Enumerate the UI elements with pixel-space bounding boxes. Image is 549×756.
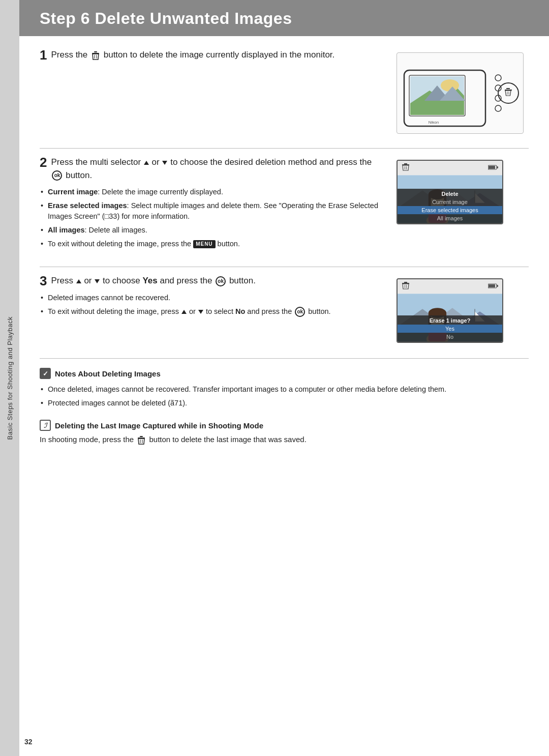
step-3-section: 3 Press or to choose Yes and press the o… [40,274,529,343]
page-header: Step 6 Delete Unwanted Images [19,0,549,36]
bullet-all-images: All images: Delete all images. [40,225,384,236]
arrow-up-icon [144,161,149,165]
page-number: 32 [24,738,33,746]
step-1-heading: 1 Press the button to delete the image c… [40,48,384,62]
menu-all-images: All images [398,214,502,222]
svg-point-12 [495,75,501,81]
svg-rect-27 [497,166,498,168]
step-3-screen: Erase 1 image? Yes No [396,274,529,343]
step-1-left: 1 Press the button to delete the image c… [40,48,396,67]
step3-battery-icon [488,283,498,290]
notes-bullet-2: Protected images cannot be deleted (ã71)… [40,398,529,409]
step3b-ok-icon: ok [295,307,305,317]
svg-point-16 [498,83,518,103]
sidebar: Basic Steps for Shooting and Playback [0,0,19,756]
deleting-trash-icon [137,435,146,445]
page-title: Step 6 Delete Unwanted Images [40,9,529,28]
step-2-screen-image: Delete Current image Erase selected imag… [398,175,502,223]
svg-rect-26 [489,166,495,169]
step3b-arrow-down [198,310,203,314]
step-3-screen-mockup: Erase 1 image? Yes No [396,278,503,343]
bullet-erase-selected: Erase selected images: Select multiple i… [40,200,384,222]
step-2-bullets: Current image: Delete the image currentl… [40,187,384,249]
step3-arrow-down [95,279,100,283]
svg-rect-46 [404,282,407,283]
content-area: 1 Press the button to delete the image c… [19,36,549,460]
svg-rect-51 [497,285,498,287]
svg-text:Nikon: Nikon [429,120,439,125]
svg-point-15 [495,105,501,111]
svg-rect-18 [506,88,510,89]
step-2-screen-mockup: Delete Current image Erase selected imag… [396,160,503,224]
menu-no: No [398,333,502,341]
step3-ok-icon: ok [216,276,226,286]
deleting-heading: ℐ Deleting the Last Image Captured while… [40,420,529,431]
notes-section: ✓ Notes About Deleting Images Once delet… [40,358,529,409]
step-2-screen: Delete Current image Erase selected imag… [396,156,529,224]
bullet-exit-menu: To exit without deleting the image, pres… [40,239,384,249]
step-2-number: 2 [40,155,47,170]
bullet-no-recover: Deleted images cannot be recovered. [40,293,384,303]
delete-menu-overlay: Delete Current image Erase selected imag… [398,189,502,223]
svg-rect-22 [404,163,407,164]
menu-erase-selected: Erase selected images [398,206,502,214]
camera-svg: Nikon [399,55,521,131]
camera-image: Nikon [396,52,524,134]
step3b-arrow-up [181,310,187,314]
bullet-current-image: Current image: Delete the image currentl… [40,187,384,197]
deleting-icon: ℐ [40,420,51,431]
menu-current-image: Current image [398,198,502,206]
notes-heading: ✓ Notes About Deleting Images [40,368,529,379]
step-3-left: 3 Press or to choose Yes and press the o… [40,274,396,320]
step3-arrow-up [76,279,81,283]
step-2-heading: 2 Press the multi selector or to choose … [40,156,384,182]
svg-rect-1 [94,51,97,52]
step-3-heading: 3 Press or to choose Yes and press the o… [40,274,384,287]
step-3-number: 3 [40,273,47,289]
deleting-text: In shooting mode, press the button to de… [40,435,529,445]
erase-menu-title: Erase 1 image? [398,316,502,325]
deleting-section: ℐ Deleting the Last Image Captured while… [40,420,529,445]
step-1-divider [40,148,529,149]
notes-bullet-1: Once deleted, images cannot be recovered… [40,384,529,395]
step-1-number: 1 [40,47,47,63]
menu-yes: Yes [398,325,502,333]
main-content: Step 6 Delete Unwanted Images 1 Press th… [19,0,549,460]
step3-trash-icon [402,281,410,292]
bullet-exit-no: To exit without deleting the image, pres… [40,306,384,317]
erase-menu-overlay: Erase 1 image? Yes No [398,315,502,342]
step-2-section: 2 Press the multi selector or to choose … [40,156,529,252]
screen-battery-icon [488,164,498,172]
notes-title: Notes About Deleting Images [55,369,161,378]
delete-menu-title: Delete [398,190,502,198]
screen-trash-icon [402,163,410,173]
menu-button-label: MENU [193,240,215,249]
step-2-left: 2 Press the multi selector or to choose … [40,156,396,252]
step-3-bullets: Deleted images cannot be recovered. To e… [40,293,384,317]
trash-icon [91,51,100,60]
step-1-illustration: Nikon [396,48,529,134]
arrow-down-icon [162,161,167,165]
svg-rect-70 [140,436,143,437]
step-2-divider [40,267,529,267]
notes-bullets: Once deleted, images cannot be recovered… [40,384,529,409]
step-3-screen-image: Erase 1 image? Yes No [398,294,502,342]
ok-button-icon: ok [52,170,62,181]
step-1-section: 1 Press the button to delete the image c… [40,48,529,134]
svg-rect-50 [489,284,495,287]
notes-icon: ✓ [40,368,51,379]
sidebar-label: Basic Steps for Shooting and Playback [6,316,14,440]
deleting-title: Deleting the Last Image Captured while i… [55,421,263,430]
